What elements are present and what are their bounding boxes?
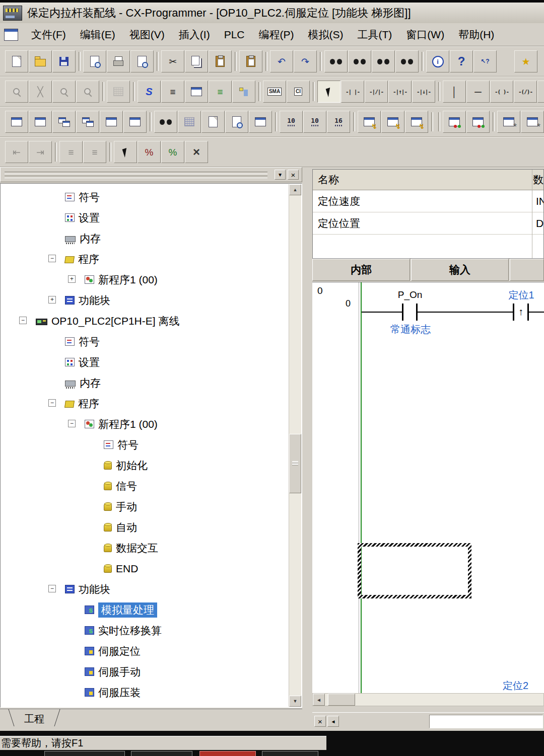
tree-item-label[interactable]: 设置 xyxy=(79,355,100,369)
new-closed-contact-button[interactable]: -|/|- xyxy=(365,81,388,103)
tree-item-label[interactable]: 伺服定位 xyxy=(98,644,141,658)
scroll-down-button[interactable]: ▼ xyxy=(289,696,301,707)
symbol-table-view-button[interactable] xyxy=(225,111,248,133)
tree-item[interactable]: 设置 xyxy=(1,352,289,372)
monitor-decimal-button[interactable]: 10 xyxy=(280,111,303,133)
scroll-thumb[interactable] xyxy=(289,434,301,493)
tree-item[interactable]: 数据交互 xyxy=(1,538,289,558)
outdent-rung-button[interactable]: ⇤ xyxy=(5,141,28,163)
hscroll-thumb[interactable] xyxy=(328,694,355,706)
select-tool-button[interactable] xyxy=(317,81,341,103)
indent-rung-button[interactable]: ⇥ xyxy=(29,141,52,163)
tab-input[interactable]: 输入 xyxy=(411,259,509,281)
open-contact-p-on[interactable] xyxy=(402,304,418,321)
tree-item[interactable]: END xyxy=(1,558,289,579)
tree-item-label[interactable]: 初始化 xyxy=(116,459,148,473)
monitor-signed-decimal-button[interactable]: 10 xyxy=(303,111,326,133)
tree-item[interactable]: −OP10_PLC2[CP1H-E] 离线 xyxy=(1,311,289,331)
work-online-button[interactable] xyxy=(443,111,466,133)
tree-expand-toggle[interactable]: − xyxy=(48,585,56,592)
tree-item[interactable]: −程序 xyxy=(1,393,289,414)
tree-item[interactable]: 内存 xyxy=(1,372,289,393)
table-row[interactable]: 定位速度IN xyxy=(313,190,543,212)
online-edit-button[interactable] xyxy=(466,111,490,133)
memory-view-button[interactable] xyxy=(249,111,272,133)
tree-item[interactable]: 初始化 xyxy=(1,455,289,476)
tree-item-label[interactable]: 内存 xyxy=(80,232,101,246)
menu-item-6[interactable]: 编程(P) xyxy=(252,26,301,44)
new-coil-button[interactable]: -( )- xyxy=(490,81,513,103)
drag-handle[interactable] xyxy=(5,172,267,174)
tree-item[interactable]: −程序 xyxy=(1,249,289,269)
bookmark-button[interactable]: ★ xyxy=(514,50,537,72)
output-window-button[interactable] xyxy=(123,111,147,133)
menu-item-7[interactable]: 模拟(S) xyxy=(301,26,351,44)
workspace-tree-button[interactable] xyxy=(232,81,255,103)
force-cancel-button[interactable]: × xyxy=(185,141,208,163)
tree-item[interactable]: 符号 xyxy=(1,434,289,455)
tree-item[interactable]: −新程序1 (00) xyxy=(1,414,289,434)
paste-button[interactable] xyxy=(209,50,232,72)
taskbar-button[interactable] xyxy=(131,751,192,756)
close-pane-button[interactable]: × xyxy=(314,716,326,727)
tree-item[interactable]: 伺服手动 xyxy=(1,661,289,682)
taskbar-button[interactable] xyxy=(44,751,125,756)
pause-monitor-button[interactable] xyxy=(381,111,404,133)
compare-with-plc-button[interactable] xyxy=(521,111,544,133)
tree-item[interactable]: −功能块 xyxy=(1,579,289,599)
document-window-icon[interactable] xyxy=(4,29,18,41)
print-preview-button[interactable] xyxy=(130,50,154,72)
workspace-menu-button[interactable]: ▾ xyxy=(275,170,286,180)
save-project-button[interactable] xyxy=(52,50,76,72)
scroll-up-button[interactable]: ▲ xyxy=(289,184,301,195)
find-button[interactable] xyxy=(324,50,348,72)
vertical-line-button[interactable]: │ xyxy=(443,81,466,103)
project-window-button[interactable] xyxy=(100,111,123,133)
section-list-button[interactable] xyxy=(201,111,225,133)
transfer-to-plc-button[interactable] xyxy=(497,111,520,133)
tree-item[interactable]: 自动 xyxy=(1,517,289,538)
tree-item-label[interactable]: 新程序1 (00) xyxy=(98,273,158,287)
watch-points-button[interactable]: ≡ xyxy=(83,141,106,163)
tree-item[interactable]: +功能块 xyxy=(1,290,289,311)
column-header-type[interactable]: 数 xyxy=(529,170,543,190)
tree-item[interactable]: +新程序1 (00) xyxy=(1,269,289,290)
show-comments-button[interactable]: S xyxy=(138,81,161,103)
tree-item[interactable]: 内存 xyxy=(1,228,289,249)
tree-item-label[interactable]: END xyxy=(116,563,138,575)
tree-item-label[interactable]: 模拟量处理 xyxy=(98,602,157,618)
tree-item-label[interactable]: OP10_PLC2[CP1H-E] 离线 xyxy=(51,314,179,328)
find-replace-button[interactable] xyxy=(348,50,371,72)
tree-item-label[interactable]: 程序 xyxy=(78,397,99,411)
ladder-hscrollbar[interactable]: ◄ xyxy=(312,693,544,706)
tree-item[interactable]: 实时位移换算 xyxy=(1,620,289,641)
new-project-button[interactable] xyxy=(5,50,28,72)
workspace-close-button[interactable]: × xyxy=(288,170,299,180)
tile-windows-button[interactable] xyxy=(76,111,99,133)
tree-item-label[interactable]: 符号 xyxy=(79,335,100,349)
new-open-contact-button[interactable]: -| |- xyxy=(341,81,364,103)
window-new-button[interactable] xyxy=(5,111,28,133)
smart-input-button[interactable]: SMA xyxy=(263,81,286,103)
cross-reference-button[interactable] xyxy=(154,111,177,133)
tree-expand-toggle[interactable]: − xyxy=(48,399,56,407)
tree-scrollbar[interactable]: ▲ ▼ xyxy=(289,184,301,707)
tree-item[interactable]: 手动 xyxy=(1,496,289,517)
tab-internal[interactable]: 内部 xyxy=(312,259,410,281)
table-row[interactable]: 定位位置DI xyxy=(313,212,543,235)
tree-item-label[interactable]: 伺服手动 xyxy=(98,665,141,679)
monitor-hex-button[interactable]: 16 xyxy=(327,111,350,133)
redo-button[interactable]: ↷ xyxy=(294,50,317,72)
open-project-button[interactable] xyxy=(29,50,52,72)
search-all-button[interactable] xyxy=(395,50,419,72)
menu-item-2[interactable]: 编辑(E) xyxy=(73,26,122,44)
cut-button[interactable]: ✂ xyxy=(161,50,184,72)
force-on-button[interactable]: % xyxy=(161,141,184,163)
tree-item-label[interactable]: 信号 xyxy=(116,479,137,493)
column-header-name[interactable]: 名称 xyxy=(313,170,529,190)
page-setup-button[interactable] xyxy=(83,50,106,72)
grid-toggle-button[interactable] xyxy=(107,81,130,103)
tree-item[interactable]: 伺服定位 xyxy=(1,641,289,661)
about-button[interactable] xyxy=(426,50,449,72)
tree-item-label[interactable]: 数据交互 xyxy=(116,541,158,555)
